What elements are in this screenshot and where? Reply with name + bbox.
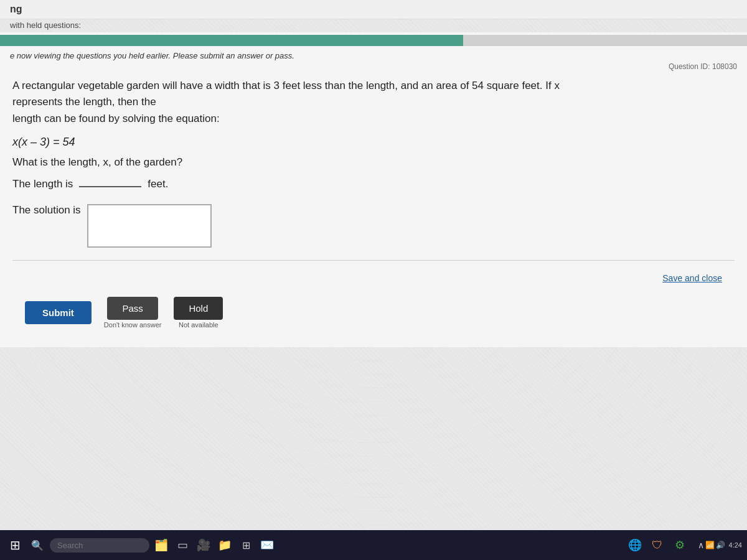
taskbar-folder[interactable]: 📁	[215, 536, 234, 554]
divider	[12, 260, 735, 261]
system-tray: ∧ 📶 🔊 4:24	[698, 540, 742, 550]
taskbar-green-app[interactable]: ⚙	[670, 536, 689, 554]
length-label-prefix: The length is	[12, 178, 73, 190]
search-icon: 🔍	[31, 539, 44, 551]
action-row: Submit Pass Don't know answer Hold Not a…	[12, 289, 735, 341]
taskbar-security[interactable]: 🛡	[648, 536, 667, 554]
mail-icon: ✉️	[260, 538, 274, 552]
clock: 4:24	[729, 541, 742, 549]
question-id: Question ID: 108030	[669, 62, 737, 71]
windows-start-button[interactable]: ⊞	[5, 535, 25, 555]
viewing-notice: e now viewing the questions you held ear…	[0, 46, 747, 65]
taskbar-search-input[interactable]	[50, 538, 149, 553]
edge-icon: 🌐	[628, 538, 642, 552]
length-underline	[79, 176, 141, 187]
solution-label: The solution is	[12, 204, 81, 217]
taskbar-edge[interactable]: 🌐	[626, 536, 644, 554]
search-button[interactable]: 🔍	[27, 535, 47, 555]
pass-button-group: Pass Don't know answer	[104, 297, 162, 329]
progress-bar-fill	[0, 35, 463, 46]
equation: x(x – 3) = 54	[12, 136, 735, 149]
taskbar-right: 🌐 🛡 ⚙ ∧ 📶 🔊 4:24	[626, 536, 742, 554]
taskbar-monitor[interactable]: ▭	[173, 536, 192, 554]
pass-sublabel: Don't know answer	[104, 321, 162, 329]
speaker-icon[interactable]: 🔊	[716, 541, 725, 549]
file-explorer-icon: 🗂️	[154, 538, 168, 552]
length-label-suffix: feet.	[148, 178, 168, 190]
header-title: ng	[10, 4, 22, 15]
pass-button[interactable]: Pass	[107, 297, 157, 320]
sub-question: What is the length, x, of the garden?	[12, 156, 735, 169]
question-area: A rectangular vegetable garden will have…	[0, 65, 747, 347]
taskbar: ⊞ 🔍 🗂️ ▭ 🎥 📁 ⊞ ✉️ 🌐	[0, 530, 747, 560]
camera-icon: 🎥	[197, 538, 210, 552]
hold-button[interactable]: Hold	[174, 297, 223, 320]
top-header: ng	[0, 0, 747, 19]
hold-button-group: Hold Not available	[174, 297, 223, 329]
taskbar-mail[interactable]: ✉️	[258, 536, 276, 554]
question-text-line1: A rectangular vegetable garden will have…	[12, 78, 604, 127]
save-close-link[interactable]: Save and close	[662, 273, 722, 283]
green-app-icon: ⚙	[675, 538, 685, 552]
chevron-up-icon[interactable]: ∧	[698, 540, 704, 550]
solution-input-box[interactable]	[87, 204, 212, 248]
length-row: The length is feet.	[12, 176, 735, 190]
folder-icon: 📁	[218, 538, 232, 552]
taskbar-file-explorer[interactable]: 🗂️	[152, 536, 171, 554]
save-close-row: Save and close	[12, 273, 735, 289]
shield-icon: 🛡	[652, 539, 663, 552]
wifi-icon[interactable]: 📶	[705, 541, 715, 549]
submit-button[interactable]: Submit	[25, 301, 92, 324]
progress-bar-container	[0, 35, 747, 46]
windows-icon: ⊞	[10, 538, 21, 553]
hold-sublabel: Not available	[179, 321, 218, 329]
taskbar-camera[interactable]: 🎥	[194, 536, 213, 554]
taskbar-grid[interactable]: ⊞	[237, 536, 255, 554]
grid-icon: ⊞	[242, 539, 250, 551]
header-subtitle: with held questions:	[0, 19, 747, 32]
progress-section	[0, 32, 747, 46]
solution-row: The solution is	[12, 204, 735, 248]
monitor-icon: ▭	[177, 538, 188, 552]
